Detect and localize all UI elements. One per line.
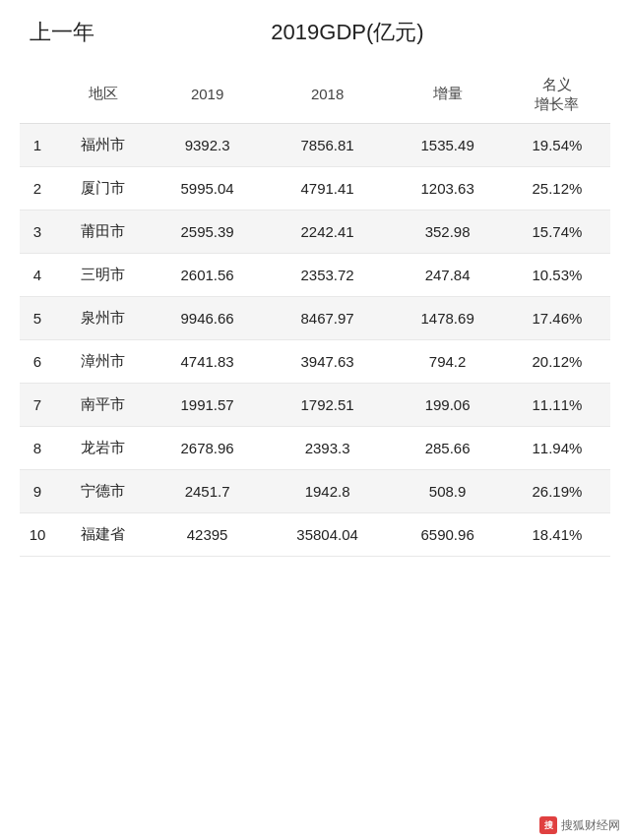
table-row: 5泉州市9946.668467.971478.6917.46%: [20, 297, 610, 340]
cell-increase: 794.2: [391, 340, 503, 384]
cell-y2019: 9392.3: [151, 124, 263, 167]
col-increase: 增量: [391, 65, 503, 124]
table-row: 10福建省4239535804.046590.9618.41%: [20, 513, 610, 557]
table-header-row: 地区 2019 2018 增量 名义增长率: [20, 65, 610, 124]
table-row: 2厦门市5995.044791.411203.6325.12%: [20, 167, 610, 210]
cell-region: 南平市: [55, 384, 151, 427]
cell-y2018: 1942.8: [264, 470, 392, 513]
cell-region: 厦门市: [55, 167, 151, 210]
cell-region: 宁德市: [55, 470, 151, 513]
cell-rank: 10: [20, 513, 55, 557]
cell-y2019: 2451.7: [151, 470, 263, 513]
gdp-table-container: 地区 2019 2018 增量 名义增长率 1福州市9392.37856.811…: [20, 65, 610, 557]
table-row: 1福州市9392.37856.811535.4919.54%: [20, 124, 610, 167]
cell-region: 福建省: [55, 513, 151, 557]
cell-rank: 7: [20, 384, 55, 427]
cell-region: 福州市: [55, 124, 151, 167]
table-row: 8龙岩市2678.962393.3285.6611.94%: [20, 427, 610, 470]
cell-region: 三明市: [55, 254, 151, 297]
prev-year-label: 上一年: [30, 18, 94, 47]
col-region: 地区: [55, 65, 151, 124]
cell-region: 龙岩市: [55, 427, 151, 470]
cell-rank: 1: [20, 124, 55, 167]
logo-icon: 搜: [539, 816, 557, 834]
cell-y2019: 9946.66: [151, 297, 263, 340]
table-row: 7南平市1991.571792.51199.0611.11%: [20, 384, 610, 427]
cell-y2019: 2595.39: [151, 210, 263, 254]
cell-y2019: 1991.57: [151, 384, 263, 427]
gdp-table: 地区 2019 2018 增量 名义增长率 1福州市9392.37856.811…: [20, 65, 610, 557]
cell-y2018: 2393.3: [264, 427, 392, 470]
header-section: 上一年 2019GDP(亿元): [0, 0, 630, 57]
cell-increase: 285.66: [391, 427, 503, 470]
cell-y2019: 2601.56: [151, 254, 263, 297]
cell-rank: 5: [20, 297, 55, 340]
cell-growth_rate: 10.53%: [504, 254, 610, 297]
cell-rank: 8: [20, 427, 55, 470]
cell-increase: 247.84: [391, 254, 503, 297]
cell-rank: 6: [20, 340, 55, 384]
table-row: 3莆田市2595.392242.41352.9815.74%: [20, 210, 610, 254]
cell-region: 泉州市: [55, 297, 151, 340]
cell-region: 莆田市: [55, 210, 151, 254]
page-title: 2019GDP(亿元): [94, 18, 600, 47]
cell-y2019: 2678.96: [151, 427, 263, 470]
cell-growth_rate: 11.94%: [504, 427, 610, 470]
cell-increase: 199.06: [391, 384, 503, 427]
cell-y2018: 8467.97: [264, 297, 392, 340]
cell-y2018: 1792.51: [264, 384, 392, 427]
watermark-text: 搜狐财经网: [561, 817, 620, 834]
cell-increase: 352.98: [391, 210, 503, 254]
cell-growth_rate: 18.41%: [504, 513, 610, 557]
cell-y2018: 2242.41: [264, 210, 392, 254]
cell-growth_rate: 26.19%: [504, 470, 610, 513]
cell-growth_rate: 15.74%: [504, 210, 610, 254]
cell-y2019: 5995.04: [151, 167, 263, 210]
cell-growth_rate: 17.46%: [504, 297, 610, 340]
table-row: 6漳州市4741.833947.63794.220.12%: [20, 340, 610, 384]
cell-increase: 1203.63: [391, 167, 503, 210]
watermark-area: 搜 搜狐财经网: [539, 816, 620, 834]
table-row: 4三明市2601.562353.72247.8410.53%: [20, 254, 610, 297]
col-2018: 2018: [264, 65, 392, 124]
cell-y2018: 3947.63: [264, 340, 392, 384]
cell-y2018: 2353.72: [264, 254, 392, 297]
cell-region: 漳州市: [55, 340, 151, 384]
cell-rank: 9: [20, 470, 55, 513]
cell-y2018: 4791.41: [264, 167, 392, 210]
page-wrapper: 上一年 2019GDP(亿元) 地区 2019 2018 增量 名义增长率 1福…: [0, 0, 630, 840]
cell-y2018: 7856.81: [264, 124, 392, 167]
cell-growth_rate: 19.54%: [504, 124, 610, 167]
cell-increase: 6590.96: [391, 513, 503, 557]
col-growth-rate: 名义增长率: [504, 65, 610, 124]
table-row: 9宁德市2451.71942.8508.926.19%: [20, 470, 610, 513]
cell-rank: 4: [20, 254, 55, 297]
cell-rank: 3: [20, 210, 55, 254]
cell-y2018: 35804.04: [264, 513, 392, 557]
cell-growth_rate: 25.12%: [504, 167, 610, 210]
cell-increase: 508.9: [391, 470, 503, 513]
col-rank: [20, 65, 55, 124]
cell-increase: 1478.69: [391, 297, 503, 340]
cell-growth_rate: 20.12%: [504, 340, 610, 384]
cell-increase: 1535.49: [391, 124, 503, 167]
cell-growth_rate: 11.11%: [504, 384, 610, 427]
col-2019: 2019: [151, 65, 263, 124]
cell-y2019: 42395: [151, 513, 263, 557]
cell-y2019: 4741.83: [151, 340, 263, 384]
cell-rank: 2: [20, 167, 55, 210]
